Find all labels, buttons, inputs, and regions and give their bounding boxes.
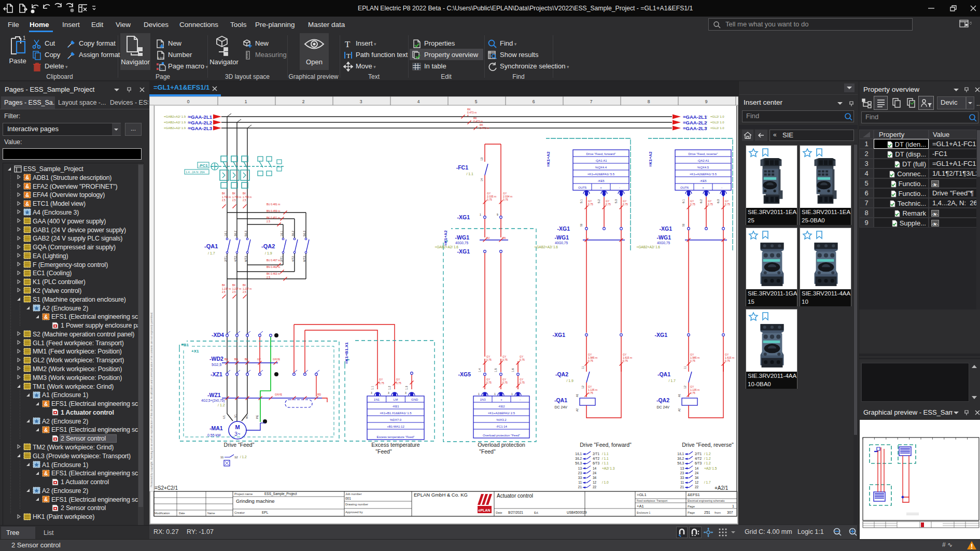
svg-text:1: 1	[23, 35, 26, 41]
svg-text:-FC1:14: -FC1:14	[496, 425, 507, 428]
svg-text:2,5: 2,5	[222, 291, 226, 293]
svg-text:BK 0.463 m: BK 0.463 m	[267, 272, 280, 275]
svg-text:A: A	[933, 212, 936, 217]
svg-text:Drive "Feed, forward": Drive "Feed, forward"	[580, 442, 632, 448]
svg-text:+: +	[702, 186, 704, 189]
svg-text:Excess temperature "Feed": Excess temperature "Feed"	[377, 435, 415, 439]
svg-text:"Feed": "Feed"	[375, 448, 392, 455]
svg-text:1: 1	[511, 392, 513, 395]
svg-text:Overload protection: Overload protection	[478, 442, 525, 448]
svg-text:3/L2: 3/L2	[575, 457, 582, 460]
svg-text:0,75: 0,75	[725, 203, 730, 206]
svg-text:8/27/2021: 8/27/2021	[508, 511, 523, 514]
svg-text:=GAA-2L2: =GAA-2L2	[188, 120, 212, 125]
svg-text:33: 33	[680, 476, 684, 479]
svg-text:0.473 m: 0.473 m	[480, 126, 489, 130]
svg-text:5/L3: 5/L3	[575, 461, 582, 465]
svg-text:12: 12	[593, 481, 597, 484]
svg-text:Project name: Project name	[234, 492, 253, 496]
svg-text:13: 13	[680, 467, 684, 470]
svg-text:=K1+A2: =K1+A2	[648, 151, 653, 167]
svg-text:1.793 m: 1.793 m	[232, 196, 241, 199]
svg-text:BN: BN	[234, 358, 238, 361]
svg-text:-XG1: -XG1	[552, 332, 565, 338]
svg-text:OUT5: OUT5	[578, 186, 587, 189]
svg-text:0,75: 0,75	[396, 382, 401, 385]
svg-text:0,75: 0,75	[623, 359, 628, 362]
svg-text:001: 001	[345, 497, 351, 500]
svg-text:-KE5: -KE5	[699, 179, 707, 182]
svg-text:Page: Page	[688, 505, 695, 508]
svg-text:+A2/1: +A2/1	[715, 485, 729, 491]
svg-text:Drawing number: Drawing number	[345, 503, 368, 506]
svg-text:1/L1: 1/L1	[224, 231, 227, 236]
svg-text:2,5: 2,5	[232, 291, 236, 293]
svg-text:-KE1: -KE1	[392, 405, 399, 408]
svg-text:-: -	[721, 186, 722, 189]
svg-text:24: 24	[695, 471, 699, 475]
svg-text:PE: PE	[256, 415, 259, 419]
svg-text:=K1+A2&EFA1/ 5.5: =K1+A2&EFA1/ 5.5	[690, 173, 717, 176]
svg-text:GY: GY	[396, 378, 400, 381]
svg-text:4/T2: 4/T2	[593, 457, 599, 460]
svg-text:0,75: 0,75	[502, 381, 508, 384]
svg-text:+: +	[600, 186, 602, 189]
svg-text:=GAA-2L1: =GAA-2L1	[188, 114, 213, 120]
svg-text:BK: BK	[222, 192, 226, 195]
svg-text:A1: A1	[678, 394, 681, 397]
svg-text:BN: BN	[502, 237, 506, 239]
svg-text:RD: RD	[317, 393, 321, 396]
svg-text:EPL: EPL	[262, 511, 269, 514]
svg-text:1.793 m: 1.793 m	[222, 196, 231, 199]
svg-text:1: 1	[732, 504, 734, 508]
svg-text:/ 1.7: / 1.7	[208, 251, 215, 255]
svg-text:4/T2: 4/T2	[291, 256, 295, 262]
svg-text:34: 34	[695, 476, 699, 479]
svg-text:BU: BU	[225, 358, 228, 361]
svg-text:4: 4	[467, 114, 469, 117]
svg-text:1/L1: 1/L1	[280, 231, 283, 236]
svg-text:/ 1.9: / 1.9	[566, 379, 573, 383]
svg-text:50: 50	[580, 223, 583, 227]
svg-text:1.237 m: 1.237 m	[232, 288, 241, 290]
svg-text:1.4...2A N: 26A: 1.4...2A N: 26A	[186, 171, 205, 174]
svg-text:-WD2: -WD2	[209, 356, 223, 362]
svg-text:4G2,5+(2x0,75): 4G2,5+(2x0,75)	[201, 399, 225, 403]
svg-text:2/T1: 2/T1	[593, 452, 599, 456]
svg-text:-XZ1: -XZ1	[211, 371, 222, 377]
svg-text:-XG1: -XG1	[457, 248, 470, 255]
svg-text:Creator: Creator	[234, 511, 245, 514]
svg-text:M: M	[235, 424, 240, 430]
svg-text:BU: BU	[486, 237, 489, 239]
svg-text:5/L3: 5/L3	[244, 231, 247, 236]
svg-text:+A1: +A1	[637, 504, 644, 508]
svg-text:4/T2: 4/T2	[234, 256, 237, 262]
svg-text:Feed workpiece: Transport: Feed workpiece: Transport	[637, 499, 668, 502]
svg-text:-: -	[520, 398, 521, 401]
svg-text:9: 9	[705, 99, 708, 104]
svg-text:0,75: 0,75	[690, 359, 695, 362]
svg-text:11: 11	[578, 481, 582, 484]
svg-text:W1: W1	[245, 415, 248, 419]
svg-text:=GAB2+A2/ 1.6: =GAB2+A2/ 1.6	[435, 245, 458, 249]
svg-text:1N1: 1N1	[374, 398, 380, 401]
svg-text:-QA1: -QA1	[204, 243, 218, 249]
svg-text:Name: Name	[207, 512, 215, 515]
svg-text:BK: BK	[222, 284, 226, 287]
svg-text:3/L2: 3/L2	[234, 231, 237, 236]
svg-text:GNYE: GNYE	[273, 358, 281, 361]
svg-text:=K1+A2: =K1+A2	[443, 230, 448, 246]
svg-text:0,75: 0,75	[502, 358, 508, 361]
svg-text:-KE2: -KE2	[498, 405, 505, 408]
svg-text:=GL2/ 1.0: =GL2/ 1.0	[710, 115, 724, 118]
svg-text:1.237 m: 1.237 m	[222, 288, 231, 290]
svg-text:BK: BK	[232, 284, 236, 287]
svg-text:T: T	[346, 52, 351, 60]
svg-text:-QA1: -QA1	[657, 371, 670, 377]
svg-text:Drive "Feed": Drive "Feed"	[224, 442, 255, 448]
svg-text:-QA2: -QA2	[555, 371, 568, 377]
svg-text:=K1+A2&EFA1/ 2.5: =K1+A2&EFA1/ 2.5	[488, 412, 515, 415]
svg-text:BK: BK	[232, 192, 236, 195]
svg-text:-FC1: -FC1	[456, 164, 468, 171]
svg-text:5/L3: 5/L3	[303, 231, 306, 236]
